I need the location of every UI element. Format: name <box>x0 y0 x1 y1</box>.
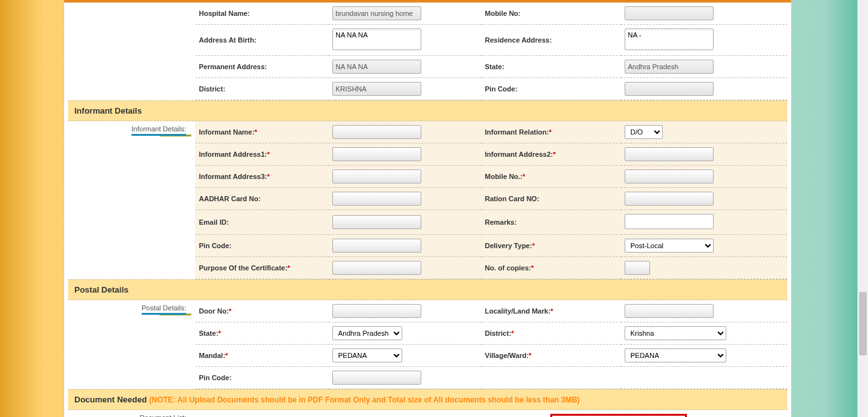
postal-pin-label: Pin Code: <box>195 367 329 389</box>
aadhar-label: AADHAR Card No: <box>195 188 329 210</box>
vertical-scrollbar[interactable] <box>857 0 868 417</box>
postal-state-label: State: <box>199 329 219 337</box>
document-side-label: Document List: <box>72 414 191 417</box>
page: Hospital Name: Mobile No: Address At Bir… <box>0 0 868 417</box>
scrollbar-thumb[interactable] <box>859 292 867 355</box>
file-input-highlight: Choose File No file chosen <box>550 414 687 417</box>
locality-input[interactable] <box>625 304 714 318</box>
informant-name-label: Informant Name: <box>199 128 254 136</box>
postal-district-select[interactable]: Krishna <box>625 326 726 340</box>
informant-mobile-input[interactable] <box>625 169 714 183</box>
copies-label: No. of copies: <box>485 264 531 272</box>
informant-relation-select[interactable]: D/O <box>625 125 663 139</box>
document-section-head: Document Needed (NOTE: All Upload Docume… <box>68 389 787 410</box>
village-select[interactable]: PEDANA <box>625 348 726 362</box>
pin-code-input <box>625 82 714 96</box>
birth-details-table: Hospital Name: Mobile No: Address At Bir… <box>68 3 787 100</box>
hospital-name-label: Hospital Name: <box>195 3 329 25</box>
informant-addr2-label: Informant Address2: <box>485 150 553 158</box>
hospital-name-input <box>332 6 421 20</box>
document-note: (NOTE: All Upload Documents should be in… <box>149 395 580 404</box>
informant-relation-label: Informant Relation: <box>485 128 549 136</box>
informant-pin-label: Pin Code: <box>195 235 329 257</box>
mobile-no-label: Mobile No: <box>481 3 621 25</box>
ration-input[interactable] <box>625 192 714 206</box>
document-table: Document List: Application Form:* File B… <box>68 410 787 417</box>
scroll-shell: Hospital Name: Mobile No: Address At Bir… <box>0 0 855 417</box>
informant-mobile-label: Mobile No.: <box>485 173 522 180</box>
informant-section-head: Informant Details <box>68 100 787 121</box>
district-label: District: <box>195 78 329 100</box>
email-label: Email ID: <box>195 210 329 235</box>
door-no-input[interactable] <box>332 304 421 318</box>
informant-addr2-input[interactable] <box>625 147 714 161</box>
permanent-address-label: Permanent Address: <box>195 56 329 78</box>
informant-addr3-label: Informant Address3: <box>199 173 267 180</box>
delivery-type-label: Delivery Type: <box>485 242 532 249</box>
remarks-textarea[interactable] <box>625 214 714 229</box>
informant-table: Informant Details: Informant Name:* Info… <box>68 121 787 279</box>
purpose-label: Purpose Of the Certificate: <box>199 264 287 272</box>
informant-side-label: Informant Details: <box>72 125 191 133</box>
mandal-label: Mandal: <box>199 352 226 359</box>
locality-label: Locality/Land Mark: <box>485 307 550 315</box>
main-column: Hospital Name: Mobile No: Address At Bir… <box>64 0 792 417</box>
mobile-no-input <box>625 6 714 20</box>
informant-addr3-input[interactable] <box>332 169 421 183</box>
district-input <box>332 82 421 96</box>
postal-side-label: Postal Details: <box>72 304 191 312</box>
left-gutter <box>68 3 195 25</box>
copies-input[interactable] <box>625 261 650 275</box>
remarks-label: Remarks: <box>481 210 621 235</box>
postal-section-head: Postal Details <box>68 279 787 300</box>
village-label: Village/Ward: <box>485 352 529 359</box>
informant-addr1-label: Informant Address1: <box>199 150 267 158</box>
postal-district-label: District: <box>485 329 512 337</box>
state-label: State: <box>481 56 621 78</box>
delivery-type-select[interactable]: Post-Local <box>625 239 714 253</box>
permanent-address-input <box>332 60 421 74</box>
email-input[interactable] <box>332 215 421 229</box>
residence-address-textarea[interactable]: NA - <box>625 29 714 50</box>
purpose-input[interactable] <box>332 261 421 275</box>
ration-label: Ration Card NO: <box>481 188 621 210</box>
informant-pin-input[interactable] <box>332 239 421 253</box>
postal-state-select[interactable]: Andhra Pradesh <box>332 326 402 340</box>
residence-address-label: Residence Address: <box>481 25 621 56</box>
mandal-select[interactable]: PEDANA <box>332 348 402 362</box>
postal-table: Postal Details: Door No:* Locality/Land … <box>68 300 787 389</box>
address-at-birth-textarea[interactable]: NA NA NA <box>332 29 421 50</box>
aadhar-input[interactable] <box>332 192 421 206</box>
door-no-label: Door No: <box>199 307 229 315</box>
address-at-birth-label: Address At Birth: <box>195 25 329 56</box>
pin-code-label: Pin Code: <box>481 78 621 100</box>
postal-pin-input[interactable] <box>332 371 421 385</box>
content: Hospital Name: Mobile No: Address At Bir… <box>64 3 791 417</box>
informant-name-input[interactable] <box>332 125 421 139</box>
state-input <box>625 60 714 74</box>
document-section-title: Document Needed <box>74 395 147 404</box>
informant-addr1-input[interactable] <box>332 147 421 161</box>
